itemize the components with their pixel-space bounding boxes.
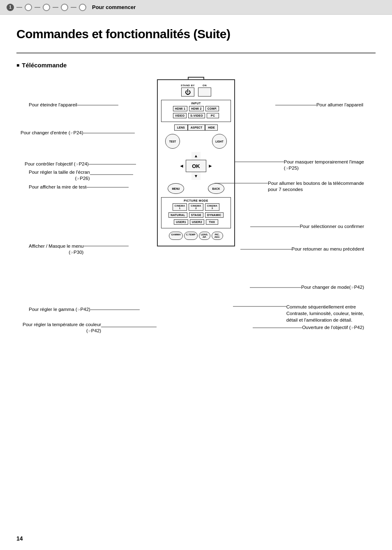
dynamic-button[interactable]: DYNAMIC [205, 212, 224, 218]
standby-on-row: STAND BY ⏻ ON [161, 84, 231, 97]
dpad-up-button[interactable]: ▲ [191, 152, 201, 160]
input-row-2: VIDEO S-VIDEO PC [164, 113, 228, 118]
thx-button[interactable]: THX [206, 219, 218, 225]
step-connector-2 [35, 7, 40, 8]
cinema3-button[interactable]: CINEMA 3 [205, 203, 219, 211]
section-title: Télécommande [16, 62, 376, 69]
light-button[interactable]: LIGHT [212, 134, 227, 149]
standby-button[interactable]: ⏻ [181, 87, 194, 97]
picture-mode-row2: NATURAL STAGE DYNAMIC [164, 212, 228, 218]
cinema-row: CINEMA 1 CINEMA 2 CINEMA 3 [164, 203, 228, 211]
step-3-indicator [43, 4, 50, 11]
annotation-left-3: Pour contrôler l'objectif (☞P24) [25, 161, 89, 166]
comp-button[interactable]: COMP. [205, 106, 219, 111]
cinema1-button[interactable]: CINEMA 1 [173, 203, 187, 211]
on-label: ON [203, 84, 207, 87]
step-indicators: 1 [7, 4, 86, 11]
diagram-area: STAND BY ⏻ ON INPUT HDMI 1 HDMI 2 COMP. [16, 77, 376, 446]
input-label: INPUT [164, 102, 228, 105]
pc-button[interactable]: PC [207, 113, 219, 118]
test-button[interactable]: TEST [165, 134, 180, 149]
hide-button[interactable]: HIDE [205, 124, 218, 131]
on-button[interactable] [198, 87, 211, 97]
annotation-right-5: Pour retourner au menu précédent [292, 246, 364, 251]
picture-mode-label: PICTURE MODE [164, 199, 228, 202]
dpad-down-row: ▼ [191, 172, 201, 180]
step-2-indicator [25, 4, 32, 11]
lens-aspect-hide-row: LENS ASPECT HIDE [161, 124, 231, 131]
standby-label: STAND BY [181, 84, 195, 87]
dpad-up-row: ▲ [191, 152, 201, 160]
annotation-right-8: Ouverture de l'objectif (☞P42) [302, 325, 364, 330]
title-divider [16, 53, 376, 53]
step-connector-3 [53, 7, 58, 8]
annotation-left-6: Afficher / Masque le menu(☞P30) [29, 243, 83, 255]
ctemp-button[interactable]: C.TEMP [184, 232, 198, 240]
back-button[interactable]: BACK [208, 183, 224, 194]
step-5-indicator [79, 4, 86, 11]
standby-section: STAND BY ⏻ [181, 84, 195, 97]
natural-button[interactable]: NATURAL [168, 212, 187, 218]
annotation-left-1: Pour éteindre l'appareil [29, 102, 77, 107]
dpad-down-button[interactable]: ▼ [191, 172, 201, 180]
annotation-left-7: Pour régler le gamma (☞P42) [29, 307, 90, 312]
section-header-title: Pour commencer [92, 4, 136, 10]
picture-mode-row3: USER1 USER2 THX [164, 219, 228, 225]
dpad-container: ▲ ◄ OK ► ▼ [161, 152, 231, 180]
step-4-indicator [61, 4, 68, 11]
hdmi1-button[interactable]: HDMI 1 [173, 106, 188, 111]
stage-button[interactable]: STAGE [189, 212, 203, 218]
remote-body: STAND BY ⏻ ON INPUT HDMI 1 HDMI 2 COMP. [157, 79, 235, 246]
user2-button[interactable]: USER2 [190, 219, 204, 225]
annotation-right-4: Pour sélectionner ou confirmer [300, 224, 364, 229]
lens-ap-button[interactable]: LENS. AP. [199, 232, 210, 240]
menu-button[interactable]: MENU [168, 183, 184, 194]
annotation-right-7: Commute séquentiellement entreContraste,… [286, 304, 364, 323]
annotation-right-1: Pour allumer l'appareil [316, 102, 363, 107]
annotation-right-2: Pour masquer temporairement l'image(☞P25… [284, 159, 364, 171]
menu-back-row: MENU BACK [161, 183, 231, 194]
annotation-left-5: Pour afficher la mire de test [29, 184, 86, 189]
gamma-button[interactable]: GAMMA [169, 232, 182, 240]
hdmi2-button[interactable]: HDMI 2 [189, 106, 204, 111]
aspect-button[interactable]: ASPECT [188, 124, 205, 131]
input-section: INPUT HDMI 1 HDMI 2 COMP. VIDEO S-VIDEO … [161, 100, 231, 122]
on-section: ON [198, 84, 211, 97]
remote-control-diagram: STAND BY ⏻ ON INPUT HDMI 1 HDMI 2 COMP. [157, 77, 235, 246]
page-number: 14 [16, 535, 23, 542]
top-bar: 1 Pour commencer [0, 0, 392, 15]
step-connector-4 [71, 7, 76, 8]
step-1-indicator: 1 [7, 4, 14, 11]
ok-button[interactable]: OK [186, 160, 206, 172]
annotation-left-8: Pour régler la température de couleur(☞P… [23, 322, 101, 334]
cinema2-button[interactable]: CINEMA 2 [189, 203, 203, 211]
annotation-right-3: Pour allumer les boutons de la télécomma… [268, 180, 364, 193]
dpad-middle-row: ◄ OK ► [178, 160, 214, 172]
annotation-right-6: Pour changer de mode(☞P42) [301, 285, 364, 290]
video-button[interactable]: VIDEO [173, 113, 187, 118]
step-connector-1 [16, 7, 22, 8]
dpad-left-button[interactable]: ◄ [178, 163, 186, 169]
user1-button[interactable]: USER1 [174, 219, 188, 225]
lens-button[interactable]: LENS [174, 124, 188, 131]
main-content: Commandes et fonctionnalités (Suite) Tél… [0, 15, 392, 459]
picture-mode-section: PICTURE MODE CINEMA 1 CINEMA 2 CINEMA 3 … [161, 197, 231, 228]
page-title: Commandes et fonctionnalités (Suite) [16, 27, 376, 41]
annotation-left-2: Pour changer d'entrée (☞P24) [21, 130, 83, 135]
annotation-left-4: Pour régler la taille de l'écran(☞P26) [29, 169, 90, 182]
svideo-button[interactable]: S-VIDEO [188, 113, 205, 118]
test-light-row: TEST LIGHT [161, 134, 231, 149]
input-row-1: HDMI 1 HDMI 2 COMP. [164, 106, 228, 111]
pic-adj-button[interactable]: PIC. ADJ. [212, 232, 223, 240]
bottom-buttons-row: GAMMA C.TEMP LENS. AP. PIC. ADJ. [161, 232, 231, 240]
dpad-right-button[interactable]: ► [206, 163, 214, 169]
